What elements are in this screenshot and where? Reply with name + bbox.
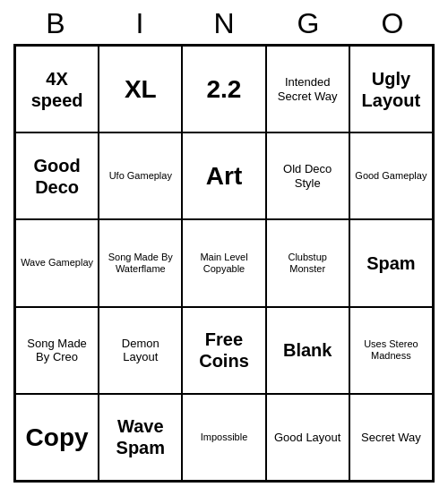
bingo-cell-9[interactable]: Good Gameplay — [349, 132, 433, 219]
bingo-cell-20[interactable]: Copy — [15, 394, 99, 481]
bingo-cell-22[interactable]: Impossible — [182, 394, 265, 481]
bingo-grid: 4X speedXL2.2Intended Secret WayUgly Lay… — [13, 44, 435, 483]
title-o: O — [357, 7, 428, 40]
bingo-cell-7[interactable]: Art — [182, 132, 265, 219]
bingo-cell-11[interactable]: Song Made By Waterflame — [99, 219, 182, 306]
bingo-title: B I N G O — [13, 0, 435, 44]
bingo-cell-15[interactable]: Song Made By Creo — [15, 307, 99, 394]
bingo-cell-4[interactable]: Ugly Layout — [349, 46, 433, 132]
title-b: B — [20, 7, 91, 40]
title-i: I — [104, 7, 176, 40]
bingo-cell-5[interactable]: Good Deco — [15, 132, 99, 219]
bingo-cell-1[interactable]: XL — [99, 46, 182, 132]
bingo-cell-10[interactable]: Wave Gameplay — [15, 219, 99, 306]
bingo-cell-6[interactable]: Ufo Gameplay — [99, 132, 182, 219]
bingo-cell-3[interactable]: Intended Secret Way — [266, 46, 349, 132]
bingo-cell-14[interactable]: Spam — [349, 219, 433, 306]
bingo-cell-19[interactable]: Uses Stereo Madness — [349, 307, 433, 394]
bingo-cell-17[interactable]: Free Coins — [182, 307, 265, 394]
title-g: G — [272, 7, 344, 40]
bingo-cell-23[interactable]: Good Layout — [266, 394, 349, 481]
bingo-cell-16[interactable]: Demon Layout — [99, 307, 182, 394]
bingo-cell-0[interactable]: 4X speed — [15, 46, 99, 132]
bingo-cell-13[interactable]: Clubstup Monster — [266, 219, 349, 306]
bingo-cell-18[interactable]: Blank — [266, 307, 349, 394]
bingo-cell-24[interactable]: Secret Way — [349, 394, 433, 481]
bingo-cell-2[interactable]: 2.2 — [182, 46, 265, 132]
bingo-cell-12[interactable]: Main Level Copyable — [182, 219, 265, 306]
title-n: N — [188, 7, 260, 40]
bingo-cell-8[interactable]: Old Deco Style — [266, 132, 349, 219]
bingo-cell-21[interactable]: Wave Spam — [99, 394, 182, 481]
